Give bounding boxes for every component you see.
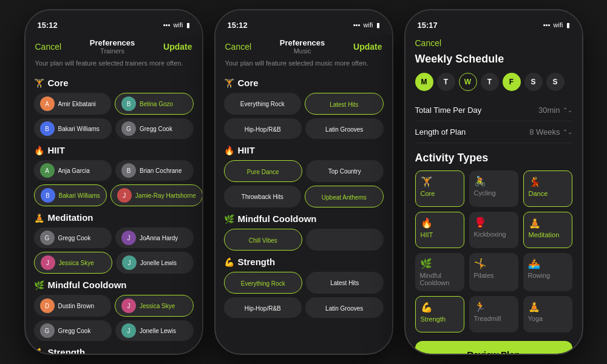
core-music-row-2: Hip-Hop/R&B Latin Grooves bbox=[224, 118, 384, 139]
activity-cycling[interactable]: 🚴 Cycling bbox=[469, 170, 518, 207]
music-throwback-text: Throwback Hits bbox=[242, 194, 283, 200]
trainer-gregg3[interactable]: G Gregg Cook bbox=[34, 320, 112, 341]
trainer-joanna[interactable]: J JoAnna Hardy bbox=[115, 228, 194, 248]
music-latest-hits[interactable]: Latest Hits bbox=[305, 93, 384, 115]
music-everything-rock-text: Everything Rock bbox=[240, 101, 285, 107]
section-hiit-1: 🔥 HIIT bbox=[34, 145, 194, 155]
trainer-gregg[interactable]: G Gregg Cook bbox=[115, 118, 194, 139]
trainer-jessica2[interactable]: J Jessica Skye bbox=[115, 295, 194, 317]
length-value[interactable]: 8 Weeks ⌃⌄ bbox=[529, 127, 572, 136]
phone1-content: Cancel Preferences Trainers Update Your … bbox=[25, 35, 202, 354]
mindful-row-1: D Dustin Brown J Jessica Skye bbox=[34, 295, 194, 317]
section-strength-1: 💪 Strength bbox=[34, 347, 194, 354]
mindful-icon-1: 🌿 bbox=[34, 280, 44, 290]
trainer-bakari[interactable]: B Bakari Williams bbox=[34, 118, 112, 139]
day-t1[interactable]: T bbox=[437, 73, 455, 91]
cancel-button-2[interactable]: Cancel bbox=[225, 42, 252, 52]
cancel-button-3[interactable]: Cancel bbox=[415, 38, 442, 48]
music-hiphop[interactable]: Hip-Hop/R&B bbox=[224, 118, 302, 139]
mindful-icon-2: 🌿 bbox=[224, 214, 234, 224]
strength-music-row-2: Hip-Hop/R&B Latin Grooves bbox=[224, 297, 384, 318]
treadmill-activity-name: Treadmill bbox=[474, 315, 501, 322]
hiit-row-2: B Bakari Williams J Jamie-Ray Hartshorne bbox=[34, 184, 194, 206]
trainer-name-betina: Betina Gozo bbox=[140, 101, 173, 107]
trainer-jessica[interactable]: J Jessica Skye bbox=[34, 252, 113, 274]
activity-grid: 🏋 Core 🚴 Cycling 💃 Dance 🔥 HIIT bbox=[415, 170, 572, 332]
trainer-bakari2[interactable]: B Bakari Williams bbox=[34, 184, 107, 206]
trainer-jonelle2[interactable]: J Jonelle Lewis bbox=[115, 320, 194, 341]
core-music-row-1: Everything Rock Latest Hits bbox=[224, 93, 384, 115]
music-latin2[interactable]: Latin Grooves bbox=[305, 297, 384, 318]
days-row: M T W T F S S bbox=[415, 73, 572, 91]
music-throwback[interactable]: Throwback Hits bbox=[224, 186, 302, 207]
activity-strength[interactable]: 💪 Strength bbox=[415, 296, 464, 332]
hiit-title-1: HIIT bbox=[48, 145, 65, 155]
avatar-betina: B bbox=[121, 96, 136, 111]
music-latin2-text: Latin Grooves bbox=[325, 305, 363, 312]
trainer-dustin[interactable]: D Dustin Brown bbox=[34, 295, 112, 317]
meditation-activity-name: Meditation bbox=[529, 231, 560, 238]
music-latin[interactable]: Latin Grooves bbox=[305, 118, 384, 139]
music-pure-dance[interactable]: Pure Dance bbox=[224, 160, 303, 182]
update-button-2[interactable]: Update bbox=[353, 42, 382, 52]
music-upbeat[interactable]: Upbeat Anthems bbox=[305, 186, 384, 207]
status-bar-1: 15:12 ▪▪▪ wifi ▮ bbox=[25, 10, 202, 35]
music-hiphop2[interactable]: Hip-Hop/R&B bbox=[224, 297, 302, 318]
status-icons-1: ▪▪▪ wifi ▮ bbox=[163, 21, 190, 29]
trainer-anja[interactable]: A Anja Garcia bbox=[34, 160, 112, 181]
music-everything-rock[interactable]: Everything Rock bbox=[224, 93, 302, 115]
trainer-amir[interactable]: A Amir Ekbatani bbox=[34, 93, 112, 115]
review-plan-button[interactable]: Review Plan bbox=[415, 341, 572, 354]
activity-hiit[interactable]: 🔥 HIIT bbox=[415, 212, 464, 248]
trainer-brian[interactable]: B Brian Cochrane bbox=[115, 160, 194, 181]
scroll-area-2: 🏋 Core Everything Rock Latest Hits Hip-H… bbox=[215, 72, 392, 354]
activity-rowing[interactable]: 🚣 Rowing bbox=[523, 253, 572, 291]
activity-core[interactable]: 🏋 Core bbox=[415, 170, 464, 207]
music-chill[interactable]: Chill Vibes bbox=[224, 229, 303, 251]
trainer-jonelle[interactable]: J Jonelle Lewis bbox=[116, 252, 194, 274]
core-row-1: A Amir Ekbatani B Betina Gozo bbox=[34, 93, 194, 115]
total-time-value[interactable]: 30min ⌃⌄ bbox=[538, 106, 572, 115]
activity-dance[interactable]: 💃 Dance bbox=[523, 170, 572, 207]
activity-yoga[interactable]: 🧘 Yoga bbox=[523, 296, 572, 332]
music-lh-strength-text: Latest Hits bbox=[330, 280, 359, 286]
day-t2[interactable]: T bbox=[481, 73, 499, 91]
activity-meditation[interactable]: 🧘 Meditation bbox=[523, 212, 572, 248]
music-empty bbox=[306, 229, 384, 251]
day-m[interactable]: M bbox=[415, 73, 433, 91]
day-w[interactable]: W bbox=[459, 73, 477, 91]
rowing-activity-icon: 🚣 bbox=[528, 258, 540, 269]
avatar-bakari2: B bbox=[41, 188, 55, 203]
status-time-3: 15:17 bbox=[418, 21, 438, 30]
activity-kickboxing[interactable]: 🥊 Kickboxing bbox=[469, 212, 518, 248]
section-meditation-1: 🧘 Meditation bbox=[34, 212, 194, 223]
wifi-icon: wifi bbox=[174, 21, 183, 29]
activity-mindful-cooldown[interactable]: 🌿 Mindful Cooldown bbox=[415, 253, 464, 291]
activity-treadmill[interactable]: 🏃 Treadmill bbox=[469, 296, 518, 332]
strength-activity-name: Strength bbox=[421, 315, 446, 323]
music-lh-strength[interactable]: Latest Hits bbox=[306, 272, 384, 294]
trainer-betina[interactable]: B Betina Gozo bbox=[115, 93, 194, 115]
section-hiit-2: 🔥 HIIT bbox=[224, 145, 384, 155]
trainer-jamie[interactable]: J Jamie-Ray Hartshorne bbox=[110, 184, 202, 206]
avatar-bakari: B bbox=[40, 121, 55, 136]
music-latest-hits-text: Latest Hits bbox=[330, 101, 358, 108]
music-hiphop2-text: Hip-Hop/R&B bbox=[245, 305, 281, 312]
music-top-country[interactable]: Top Country bbox=[306, 160, 384, 182]
mindful-activity-name: Mindful Cooldown bbox=[420, 272, 459, 286]
day-s1[interactable]: S bbox=[524, 73, 543, 91]
day-s2[interactable]: S bbox=[546, 73, 565, 91]
avatar-dustin: D bbox=[40, 298, 55, 313]
trainer-gregg2[interactable]: G Gregg Cook bbox=[34, 228, 112, 248]
phone2-content: Cancel Preferences Music Update Your pla… bbox=[215, 35, 392, 354]
cancel-button-1[interactable]: Cancel bbox=[35, 42, 62, 52]
core-title-2: Core bbox=[238, 78, 259, 88]
med-row-1: G Gregg Cook J JoAnna Hardy bbox=[34, 228, 194, 248]
activity-title: Activity Types bbox=[415, 152, 572, 164]
day-f[interactable]: F bbox=[503, 73, 521, 91]
music-er-strength[interactable]: Everything Rock bbox=[224, 272, 303, 294]
activity-pilates[interactable]: 🤸 Pilates bbox=[469, 253, 518, 291]
update-button-1[interactable]: Update bbox=[163, 42, 192, 52]
music-top-country-text: Top Country bbox=[328, 168, 361, 175]
core-title-1: Core bbox=[48, 78, 69, 88]
